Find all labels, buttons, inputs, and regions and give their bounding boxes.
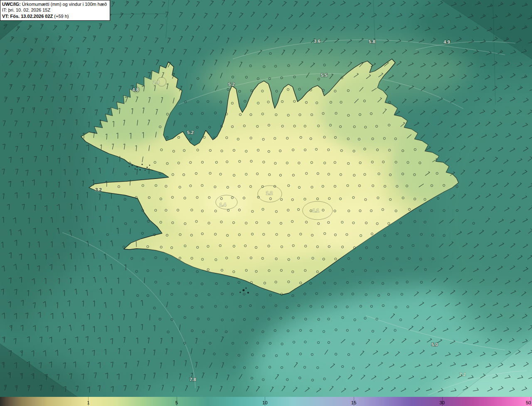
map-canvas: 3.65.84.95.55.22.84.85.23.21.41.21.15.07… [0,0,532,406]
colorbar-tick-label: 30 [440,401,445,405]
contour-label: 1.2 [266,191,273,196]
valid-time: VT: Fös. 13.02.2026 02Z [2,14,53,19]
forecast-offset: (+59 h) [54,14,69,19]
map-title-line: UWC/IG: Úrkomumætti (mm) og vindur i 100… [2,1,107,7]
valid-time-line: VT: Fös. 13.02.2026 02Z (+59 h) [2,13,107,19]
colorbar-tick-label: 50 [526,401,531,405]
contour-label: 4.8 [132,87,139,92]
contour-label: 2.8 [153,80,160,85]
init-time-line: IT: þri. 10. 02. 2026 15Z [2,7,107,13]
init-time: IT: þri. 10. 02. 2026 15Z [2,7,50,12]
model-id-label: UWC/IG: [2,2,21,7]
weather-map: 3.65.84.95.55.22.84.85.23.21.41.21.15.07… [0,0,532,406]
contour-label: 7.8 [190,377,197,382]
colorbar-tick-mark [531,397,531,406]
contour-label: 5.2 [187,130,194,135]
contour-label: 4.9 [443,39,450,44]
contour-label: 5.5 [321,73,328,78]
contour-label: 5.8 [369,39,376,44]
contour-label: 1.1 [313,208,320,213]
contour-label: 7.2 [459,372,466,377]
colorbar-tick-label: 10 [262,401,267,405]
colorbar-tick-label: 1 [87,401,89,405]
contour-label: 5.2 [228,82,235,87]
contour-label: 3.2 [95,187,102,192]
colorbar-tick-label: 5 [175,401,178,405]
contour-label: 3.6 [314,39,320,44]
colorbar-tick-label: 15 [351,401,356,405]
contour-label: 5.0 [431,342,438,347]
colorbar: 1510153050 [0,397,532,406]
contour-label: 1.4 [219,202,227,207]
map-info-box: UWC/IG: Úrkomumætti (mm) og vindur i 100… [0,0,110,21]
map-title: Úrkomumætti (mm) og vindur i 100m hæð [22,2,107,7]
